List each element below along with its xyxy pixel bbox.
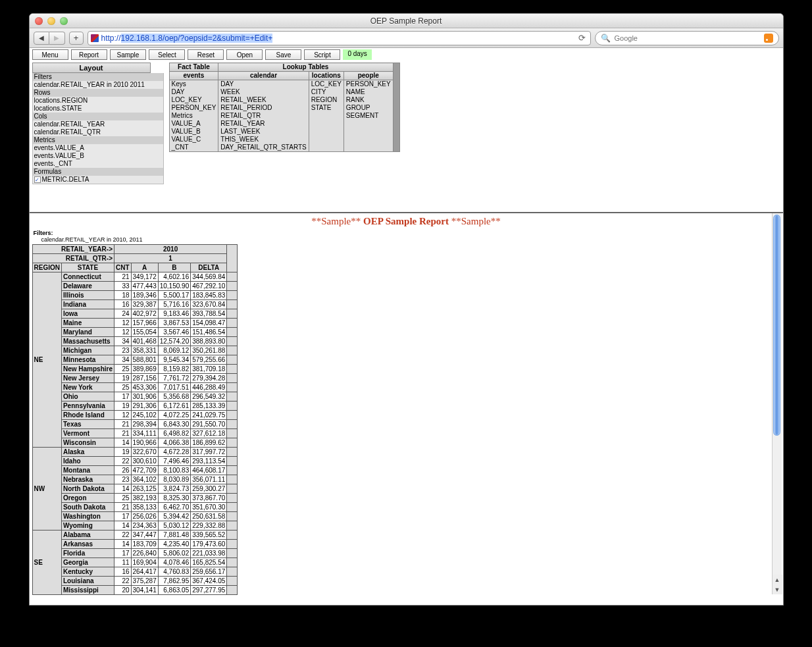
state-cell: Louisiana [61,577,114,586]
scroll-up-icon[interactable]: ▲ [773,575,782,584]
table-row: SEAlabama22347,4477,881.48339,565.52 [32,531,238,540]
layout-item[interactable]: events.VALUE_A [33,144,163,152]
scroll-thumb[interactable] [773,215,780,436]
data-cell: 17 [114,549,131,558]
region-cell: NW [32,448,61,531]
layout-item[interactable]: ✓METRIC.DELTA [33,176,163,184]
forward-button[interactable]: ▶ [49,32,65,45]
zoom-icon[interactable] [60,17,68,25]
data-cell: 3,824.73 [158,484,191,494]
table-row: Texas21298,3946,843.30291,550.70 [32,420,238,429]
lookup-col-people[interactable]: people [343,72,393,80]
url-field[interactable]: http://192.168.1.8/oep/?oepsid=2&submit=… [88,31,591,45]
table-row: Montana26472,7098,100.83464,608.17 [32,466,238,475]
table-row: Indiana16329,3875,716.16323,670.84 [32,300,238,309]
data-cell: 34 [114,337,131,346]
table-row: Massachusetts34401,46812,574.20388,893.8… [32,337,238,346]
add-bookmark-button[interactable]: + [69,32,84,45]
menu-save[interactable]: Save [265,49,301,60]
lookup-fields[interactable]: KeysDAYLOC_KEYPERSON_KEYMetricsVALUE_AVA… [169,80,218,152]
data-cell: 293,113.54 [191,457,227,466]
data-cell: 296,549.32 [191,392,227,401]
vertical-scrollbar[interactable]: ▲ ▼ [772,213,782,594]
layout-item[interactable]: locations.REGION [33,97,163,105]
data-cell: 9,183.46 [158,309,191,319]
close-icon[interactable] [35,17,43,25]
lookup-col-events[interactable]: events [169,72,218,80]
table-row: Pennsylvania19291,3066,172.61285,133.39 [32,401,238,411]
menu-open[interactable]: Open [226,49,263,60]
data-cell: 241,029.75 [191,411,227,420]
table-row: Florida17226,8405,806.02221,033.98 [32,549,238,558]
data-cell: 6,498.82 [158,429,191,438]
minimize-icon[interactable] [47,17,55,25]
window-title: OEP Sample Report [30,16,783,26]
data-cell: 3,567.46 [158,328,191,337]
data-cell: 19 [114,374,131,383]
menu-sample[interactable]: Sample [110,49,147,60]
menu-menu[interactable]: Menu [32,49,68,60]
layout-item[interactable]: calendar.RETAIL_QTR [33,128,163,136]
checkbox-icon[interactable]: ✓ [34,176,41,183]
lookup-fields[interactable]: DAYWEEKRETAIL_WEEKRETAIL_PERIODRETAIL_QT… [218,80,309,152]
data-cell: 6,863.05 [158,586,191,595]
lookup-fields[interactable]: PERSON_KEYNAMERANKGROUPSEGMENT [343,80,393,152]
state-cell: Rhode Island [61,411,114,420]
data-cell: 364,102 [131,475,158,484]
report-table: RETAIL_YEAR->2010RETAIL_QTR->1REGIONSTAT… [32,244,238,595]
data-cell: 12 [114,319,131,328]
data-cell: 12,574.20 [158,337,191,346]
data-cell: 25 [114,365,131,374]
scroll-down-icon[interactable]: ▼ [773,584,782,594]
search-input[interactable] [613,34,761,43]
data-cell: 154,098.47 [191,319,227,328]
data-cell: 155,054 [131,328,158,337]
layout-group[interactable]: Filters [33,73,163,81]
region-cell: NE [32,272,61,448]
favicon-icon [91,34,99,42]
data-cell: 317,997.72 [191,448,227,457]
app-menubar: MenuReportSampleSelectResetOpenSaveScrip… [30,48,783,61]
layout-item[interactable]: calendar.RETAIL_YEAR in 2010 2011 [33,81,163,89]
layout-group[interactable]: Metrics [33,136,163,144]
reload-icon[interactable]: ⟳ [577,33,588,43]
data-cell: 446,288.49 [191,383,227,392]
data-cell: 351,670.30 [191,503,227,512]
data-cell: 34 [114,355,131,365]
layout-group[interactable]: Rows [33,89,163,97]
state-cell: Minnesota [61,355,114,365]
menu-report[interactable]: Report [71,49,107,60]
scroll-gutter[interactable] [393,63,399,152]
data-cell: 4,672.28 [158,448,191,457]
layout-item[interactable]: events._CNT [33,160,163,168]
table-row: Rhode Island12245,1024,072.25241,029.75 [32,411,238,420]
data-cell: 389,869 [131,365,158,374]
state-cell: Indiana [61,300,114,309]
data-cell: 229,332.88 [191,521,227,531]
menu-reset[interactable]: Reset [188,49,224,60]
menu-select[interactable]: Select [149,49,185,60]
data-cell: 297,277.95 [191,586,227,595]
state-cell: Texas [61,420,114,429]
layout-item[interactable]: locations.STATE [33,105,163,113]
layout-item[interactable]: calendar.RETAIL_YEAR [33,120,163,128]
state-cell: Alabama [61,531,114,540]
data-cell: 24 [114,309,131,319]
lookup-col-calendar[interactable]: calendar [218,72,309,80]
data-cell: 344,569.84 [191,272,227,282]
titlebar[interactable]: OEP Sample Report [30,14,783,28]
table-row: New Hampshire25389,8698,159.82381,709.18 [32,365,238,374]
table-row: Louisiana22375,2877,862.95367,424.05 [32,577,238,586]
lookup-fields[interactable]: LOC_KEYCITYREGIONSTATE [309,80,343,152]
layout-group[interactable]: Cols [33,113,163,120]
state-cell: Maryland [61,328,114,337]
lookup-col-locations[interactable]: locations [309,72,343,80]
menu-script[interactable]: Script [304,49,340,60]
data-cell: 190,966 [131,438,158,448]
data-cell: 349,172 [131,272,158,282]
rss-icon[interactable] [764,34,773,43]
back-button[interactable]: ◀ [34,32,49,45]
search-field[interactable]: 🔍 [595,31,779,45]
layout-item[interactable]: events.VALUE_B [33,152,163,160]
layout-group[interactable]: Formulas [33,168,163,176]
